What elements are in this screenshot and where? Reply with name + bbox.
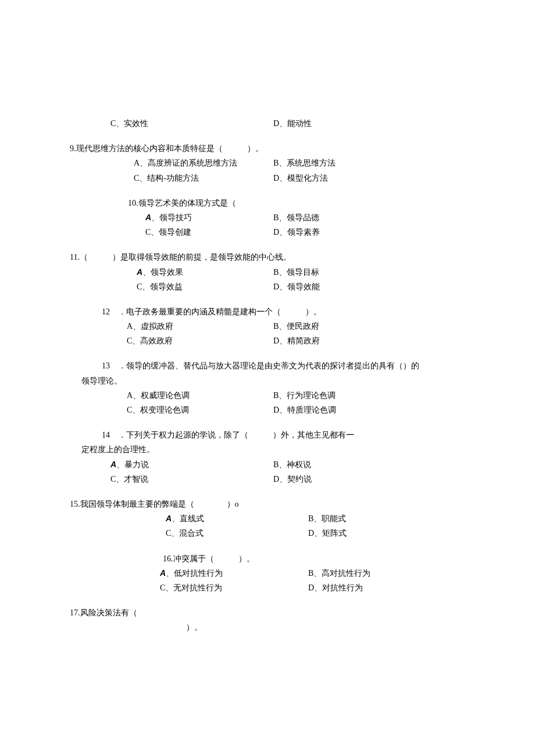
question-17: 17.风险决策法有（ ）。: [70, 605, 477, 635]
option-11d: D、领导效能: [273, 280, 448, 294]
option-14a: A、暴力说: [70, 457, 273, 472]
option-8c: C、实效性: [70, 116, 273, 131]
option-14b: B、神权说: [273, 457, 448, 472]
option-12b: B、便民政府: [273, 319, 448, 334]
question-17-cont: ）。: [70, 620, 477, 635]
question-13: 13 ．领导的缓冲器、替代品与放大器理论是由史蒂文为代表的探讨者提出的具有（）的…: [70, 359, 477, 417]
option-9d: D、模型化方法: [273, 171, 448, 185]
question-14: 14 ．下列关于权力起源的学说，除了（ ）外，其他主见都有一 定程度上的合理性。…: [70, 428, 477, 486]
question-15: 15.我国领导体制最主要的弊端是（ ）o A、直线式 B、职能式 C、混合式 D…: [70, 497, 477, 541]
option-13d: D、特质理论色调: [273, 403, 448, 417]
question-10-stem: 10.领导艺术美的体现方式是（: [70, 196, 477, 210]
option-11a: A、领导效果: [70, 265, 273, 280]
question-12-stem: 12 ．电子政务最重要的内涵及精髓是建构一个（ ）。: [70, 304, 477, 319]
option-16b: B、高对抗性行为: [273, 566, 448, 581]
option-14c: C、才智说: [70, 472, 273, 486]
option-10d: D、领导素养: [273, 225, 448, 239]
option-9a: A、高度辨证的系统思维方法: [70, 156, 273, 170]
question-9: 9.现代思维方法的核心内容和本质特征是（ ）。 A、高度辨证的系统思维方法 B、…: [70, 141, 477, 185]
option-12d: D、精简政府: [273, 334, 448, 348]
option-13a: A、权威理论色调: [70, 388, 273, 403]
question-12: 12 ．电子政务最重要的内涵及精髓是建构一个（ ）。 A、虚拟政府 B、便民政府…: [70, 304, 477, 349]
question-14-stem: 14 ．下列关于权力起源的学说，除了（ ）外，其他主见都有一: [70, 428, 477, 442]
option-15a: A、直线式: [70, 511, 273, 526]
option-11b: B、领导目标: [273, 265, 448, 280]
option-9c: C、结构-功能方法: [70, 171, 273, 185]
option-10c: C、领导创建: [70, 225, 273, 239]
question-10: 10.领导艺术美的体现方式是（ A、领导技巧 B、领导品德 C、领导创建 D、领…: [70, 196, 477, 240]
option-15b: B、职能式: [273, 511, 448, 526]
question-13-cont: 领导理论。: [70, 374, 477, 388]
option-14d: D、契约说: [273, 472, 448, 486]
question-16-stem: 16.冲突属于（ ）。: [70, 551, 477, 566]
option-13b: B、行为理论色调: [273, 388, 448, 403]
question-16: 16.冲突属于（ ）。 A、低对抗性行为 B、高对抗性行为 C、无对抗性行为 D…: [70, 551, 477, 596]
option-16d: D、对抗性行为: [273, 581, 448, 595]
question-17-stem: 17.风险决策法有（: [70, 605, 477, 620]
question-14-cont: 定程度上的合理性。: [70, 442, 477, 457]
option-15c: C、混合式: [70, 526, 273, 540]
question-13-stem: 13 ．领导的缓冲器、替代品与放大器理论是由史蒂文为代表的探讨者提出的具有（）的: [70, 359, 477, 373]
option-15d: D、矩阵式: [273, 526, 448, 540]
question-11: 11.（ ）是取得领导效能的前提，是领导效能的中心线。 A、领导效果 B、领导目…: [70, 250, 477, 294]
question-9-stem: 9.现代思维方法的核心内容和本质特征是（ ）。: [70, 141, 477, 156]
option-12a: A、虚拟政府: [70, 319, 273, 334]
question-11-stem: 11.（ ）是取得领导效能的前提，是领导效能的中心线。: [70, 250, 477, 264]
option-9b: B、系统思维方法: [273, 156, 448, 170]
option-16a: A、低对抗性行为: [70, 566, 273, 581]
option-10a: A、领导技巧: [70, 210, 273, 225]
option-13c: C、权变理论色调: [70, 403, 273, 417]
question-8-options: C、实效性 D、能动性: [70, 116, 477, 131]
option-8d: D、能动性: [273, 116, 448, 131]
option-16c: C、无对抗性行为: [70, 581, 273, 595]
option-10b: B、领导品德: [273, 210, 448, 225]
option-12c: C、高效政府: [70, 334, 273, 348]
question-15-stem: 15.我国领导体制最主要的弊端是（ ）o: [70, 497, 477, 511]
option-11c: C、领导效益: [70, 280, 273, 294]
